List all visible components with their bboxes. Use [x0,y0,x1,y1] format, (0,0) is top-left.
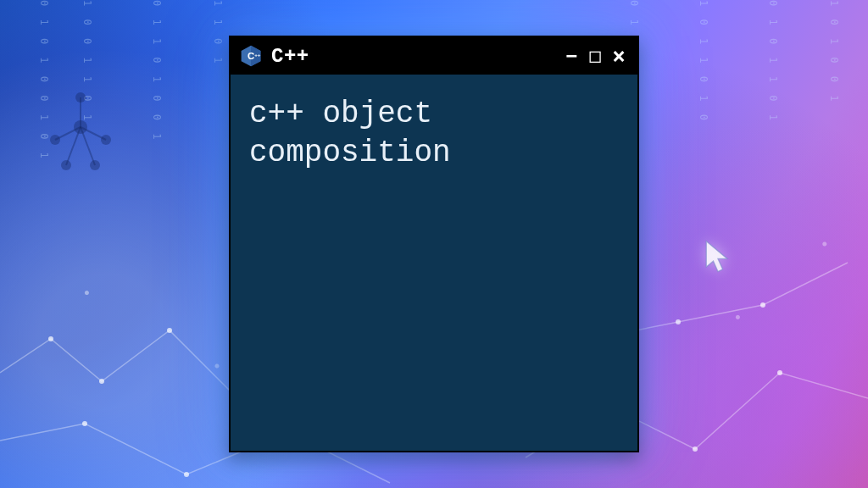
terminal-window: C + + C++ − □ × c++ object composition [229,36,639,452]
close-button[interactable]: × [609,45,629,67]
svg-text:C: C [248,51,254,61]
maximize-button[interactable]: □ [585,47,605,65]
svg-text:+: + [258,52,261,58]
window-controls: − □ × [561,45,629,67]
window-titlebar[interactable]: C + + C++ − □ × [231,37,637,75]
window-title: C++ [271,45,553,68]
minimize-button[interactable]: − [561,47,581,65]
cpp-logo-icon: C + + [239,44,263,68]
terminal-content: c++ object composition [231,75,637,193]
